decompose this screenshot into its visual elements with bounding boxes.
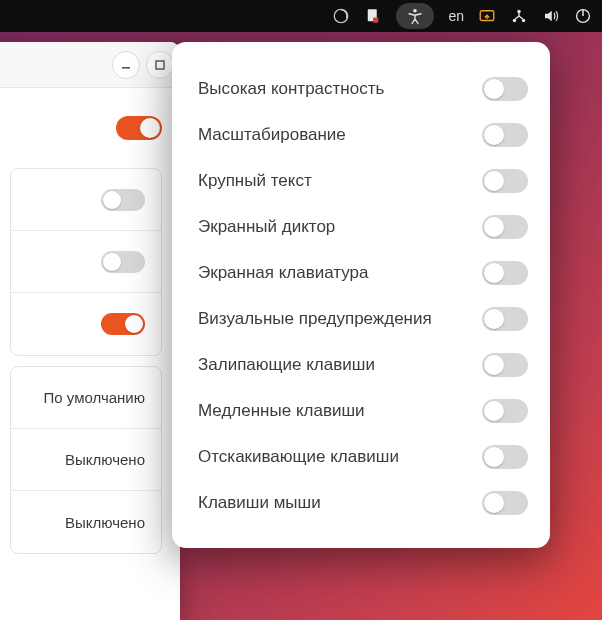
- accessibility-indicator[interactable]: [396, 3, 434, 29]
- a11y-item-screen-reader[interactable]: Экранный диктор: [198, 204, 528, 250]
- a11y-item-large-text[interactable]: Крупный текст: [198, 158, 528, 204]
- svg-rect-10: [156, 61, 164, 69]
- a11y-toggle-screen-reader[interactable]: [482, 215, 528, 239]
- a11y-item-visual-alerts[interactable]: Визуальные предупреждения: [198, 296, 528, 342]
- accessibility-menu: Высокая контрастность Масштабирование Кр…: [172, 42, 550, 548]
- settings-toggle-2[interactable]: [101, 189, 145, 211]
- a11y-toggle-slow-keys[interactable]: [482, 399, 528, 423]
- a11y-item-label: Масштабирование: [198, 125, 346, 145]
- document-tray-icon[interactable]: [364, 7, 382, 25]
- maximize-button[interactable]: [146, 51, 174, 79]
- a11y-toggle-screen-keyboard[interactable]: [482, 261, 528, 285]
- settings-row[interactable]: Выключено: [11, 429, 161, 491]
- a11y-item-label: Визуальные предупреждения: [198, 309, 432, 329]
- a11y-item-label: Клавиши мыши: [198, 493, 321, 513]
- a11y-item-label: Медленные клавиши: [198, 401, 365, 421]
- a11y-item-mouse-keys[interactable]: Клавиши мыши: [198, 480, 528, 526]
- settings-row-label: Выключено: [65, 451, 145, 468]
- svg-rect-9: [122, 67, 130, 69]
- a11y-item-high-contrast[interactable]: Высокая контрастность: [198, 66, 528, 112]
- obs-tray-icon[interactable]: [332, 7, 350, 25]
- a11y-toggle-mouse-keys[interactable]: [482, 491, 528, 515]
- svg-rect-2: [373, 18, 378, 23]
- settings-row-label: По умолчанию: [44, 389, 145, 406]
- settings-toggle-4[interactable]: [101, 313, 145, 335]
- a11y-item-label: Экранный диктор: [198, 217, 335, 237]
- minimize-button[interactable]: [112, 51, 140, 79]
- a11y-item-label: Высокая контрастность: [198, 79, 384, 99]
- settings-panel-2: По умолчанию Выключено Выключено: [10, 366, 162, 554]
- top-bar: en: [0, 0, 602, 32]
- accessibility-icon: [406, 7, 424, 25]
- maximize-icon: [154, 59, 166, 71]
- a11y-item-label: Залипающие клавиши: [198, 355, 375, 375]
- settings-toggle-3[interactable]: [101, 251, 145, 273]
- a11y-toggle-large-text[interactable]: [482, 169, 528, 193]
- settings-window: По умолчанию Выключено Выключено: [0, 42, 180, 620]
- volume-icon[interactable]: [542, 7, 560, 25]
- settings-panel-1: [10, 168, 162, 356]
- minimize-icon: [120, 59, 132, 71]
- a11y-item-screen-keyboard[interactable]: Экранная клавиатура: [198, 250, 528, 296]
- a11y-toggle-zoom[interactable]: [482, 123, 528, 147]
- a11y-toggle-visual-alerts[interactable]: [482, 307, 528, 331]
- svg-point-7: [517, 10, 520, 13]
- a11y-toggle-high-contrast[interactable]: [482, 77, 528, 101]
- a11y-item-label: Отскакивающие клавиши: [198, 447, 399, 467]
- settings-row-label: Выключено: [65, 514, 145, 531]
- power-icon[interactable]: [574, 7, 592, 25]
- screenshare-icon[interactable]: [478, 7, 496, 25]
- settings-row[interactable]: По умолчанию: [11, 367, 161, 429]
- a11y-item-label: Крупный текст: [198, 171, 312, 191]
- settings-row[interactable]: Выключено: [11, 491, 161, 553]
- a11y-item-bounce-keys[interactable]: Отскакивающие клавиши: [198, 434, 528, 480]
- a11y-item-zoom[interactable]: Масштабирование: [198, 112, 528, 158]
- a11y-toggle-bounce-keys[interactable]: [482, 445, 528, 469]
- a11y-item-label: Экранная клавиатура: [198, 263, 369, 283]
- window-titlebar: [0, 42, 180, 88]
- keyboard-layout-indicator[interactable]: en: [448, 8, 464, 24]
- network-icon[interactable]: [510, 7, 528, 25]
- a11y-toggle-sticky-keys[interactable]: [482, 353, 528, 377]
- svg-point-0: [335, 9, 349, 23]
- a11y-item-slow-keys[interactable]: Медленные клавиши: [198, 388, 528, 434]
- a11y-item-sticky-keys[interactable]: Залипающие клавиши: [198, 342, 528, 388]
- settings-toggle-1[interactable]: [116, 116, 162, 140]
- svg-point-3: [414, 9, 418, 13]
